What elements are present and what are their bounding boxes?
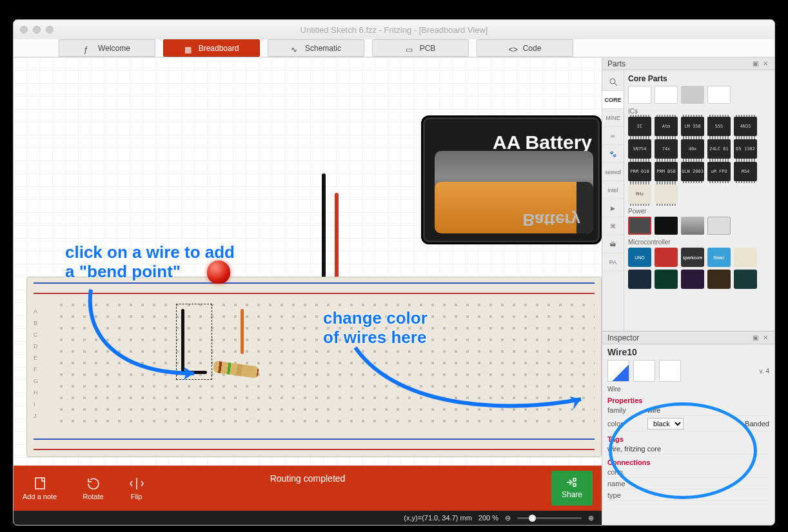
battery-label: AA Battery — [493, 132, 592, 153]
parts-bin-title: Core Parts — [628, 74, 771, 83]
bin-parallax[interactable]: 🐾 — [602, 145, 624, 163]
zoom-readout: 200 % — [478, 514, 498, 522]
part-misc-4[interactable] — [707, 86, 731, 104]
part-mcu-extra-4[interactable] — [707, 270, 731, 289]
inspector-type: Wire — [607, 386, 769, 393]
zoom-slider[interactable] — [517, 517, 582, 519]
bin-arduino[interactable]: ∞ — [602, 127, 624, 145]
svg-rect-1 — [573, 478, 576, 481]
pcb-icon: ▭ — [406, 45, 415, 52]
part-misc-2[interactable] — [655, 86, 678, 104]
prop-family-label: family — [607, 406, 641, 414]
bin-6[interactable]: ▶ — [602, 199, 624, 217]
part-ic-9[interactable]: DS 1302 — [734, 139, 757, 159]
wire-orange[interactable] — [241, 309, 244, 354]
part-misc-3[interactable] — [681, 86, 704, 104]
prop-color-select[interactable]: black — [647, 418, 684, 429]
power-section-label: Power — [628, 208, 771, 215]
part-mcu-4[interactable] — [734, 248, 757, 267]
part-misc-1[interactable] — [628, 86, 651, 104]
part-ic-16[interactable] — [655, 184, 678, 204]
view-tabbar: ƒ Welcome ▦ Breadboard ∿ Schematic ▭ PCB… — [14, 39, 774, 57]
part-ic-3[interactable]: 555 — [707, 117, 731, 136]
parts-panel-title: Parts — [607, 59, 625, 68]
flip-label: Flip — [131, 493, 143, 500]
part-mcu-extra-2[interactable] — [655, 270, 678, 289]
prop-color-label: color — [607, 420, 641, 428]
inspector-part-name: Wire10 — [607, 347, 769, 357]
part-mcu-1[interactable] — [655, 248, 678, 267]
tab-code[interactable]: <> Code — [477, 39, 573, 57]
bin-mine[interactable]: MINE — [602, 109, 624, 127]
tab-schematic[interactable]: ∿ Schematic — [268, 39, 364, 57]
battery-holder-part[interactable]: AA Battery Battery — [421, 115, 602, 244]
part-ic-14[interactable]: M54 — [734, 162, 757, 181]
part-mcu-extra-5[interactable] — [734, 270, 757, 289]
part-power-plug[interactable] — [707, 217, 731, 235]
part-power-battery[interactable] — [628, 217, 651, 235]
part-ic-11[interactable]: PRM 050 — [655, 162, 678, 181]
part-ic-13[interactable]: uM FPU — [707, 162, 731, 181]
part-ic-10[interactable]: PRM 010 — [628, 162, 651, 181]
parts-bin-bar: CORE MINE ∞ 🐾 seeed intel ▶ ⌘ 🏔 PA — [602, 70, 624, 331]
parts-panel-controls[interactable]: ▣ ✕ — [753, 60, 769, 67]
part-ic-7[interactable]: 40x — [681, 139, 704, 159]
zoom-in-button[interactable]: ⊕ — [588, 514, 594, 522]
bin-8[interactable]: 🏔 — [602, 235, 624, 253]
breadboard-icon: ▦ — [184, 45, 193, 52]
coords-readout: (x,y)=(71.0, 34.7) mm — [404, 514, 471, 522]
inspector-thumb-pcb[interactable] — [659, 360, 681, 382]
bin-7[interactable]: ⌘ — [602, 217, 624, 235]
prop-family-value: wire — [647, 406, 769, 414]
breadboard-canvas[interactable]: AA Battery Battery ABCDEFGHIJ — [14, 57, 602, 466]
inspector-title: Inspector — [607, 333, 639, 342]
rotate-label: Rotate — [83, 493, 103, 500]
prop-banded-label: Banded — [745, 420, 769, 428]
inspector-thumb-bb[interactable] — [607, 360, 629, 382]
part-ic-4[interactable]: 4N35 — [734, 117, 757, 136]
wire-black-battery[interactable] — [322, 173, 326, 290]
bin-search[interactable] — [602, 73, 624, 91]
window-title: Untitled Sketch 6.fzz - Fritzing - [Brea… — [14, 25, 774, 35]
breadboard-row-labels: ABCDEFGHIJ — [34, 306, 38, 422]
part-ic-5[interactable]: SN754 — [628, 139, 651, 159]
part-ic-8[interactable]: 24LC 01 — [707, 139, 731, 159]
ic-section-label: ICs — [628, 108, 771, 115]
part-power-adapter[interactable] — [655, 217, 678, 235]
inspector-tags-value: wire, fritzing core — [607, 445, 769, 453]
inspector-controls[interactable]: ▣ ✕ — [753, 334, 769, 341]
tab-welcome[interactable]: ƒ Welcome — [59, 39, 155, 57]
selection-marquee — [176, 304, 212, 380]
part-mcu-3[interactable]: Bean — [707, 248, 731, 267]
tab-breadboard[interactable]: ▦ Breadboard — [163, 39, 260, 57]
inspector-thumb-schem[interactable] — [633, 360, 655, 382]
tab-welcome-label: Welcome — [98, 44, 130, 53]
tab-pcb-label: PCB — [420, 44, 436, 53]
routing-status: Routing completed — [14, 473, 602, 484]
part-ic-0[interactable]: IC — [628, 117, 651, 136]
parts-panel-header[interactable]: Parts ▣ ✕ — [602, 57, 774, 70]
breadboard-part[interactable]: ABCDEFGHIJ — [26, 277, 602, 457]
part-ic-1[interactable]: Atm — [655, 117, 678, 136]
part-ic-2[interactable]: LM 358 — [681, 117, 704, 136]
bin-seeed[interactable]: seeed — [602, 163, 624, 181]
part-ic-12[interactable]: ULN 2003 — [681, 162, 704, 181]
schematic-icon: ∿ — [291, 45, 300, 52]
inspector-properties-header: Properties — [607, 397, 769, 404]
bin-intel[interactable]: intel — [602, 181, 624, 199]
conn-label: conn. — [607, 468, 641, 476]
part-mcu-extra-1[interactable] — [628, 270, 651, 289]
inspector-header[interactable]: Inspector ▣ ✕ — [602, 331, 774, 344]
share-button[interactable]: Share — [551, 471, 593, 506]
zoom-out-button[interactable]: ⊖ — [505, 514, 511, 522]
part-mcu-extra-3[interactable] — [681, 270, 704, 289]
part-mcu-0[interactable]: UNO — [628, 248, 651, 267]
inspector-panel: Inspector ▣ ✕ Wire10 v. 4 Wire Propertie… — [602, 331, 774, 525]
bin-9[interactable]: PA — [602, 253, 624, 271]
part-ic-15[interactable]: MHz — [628, 184, 651, 204]
bin-core[interactable]: CORE — [602, 91, 624, 109]
part-mcu-2[interactable]: sparkcore — [681, 248, 704, 267]
tab-pcb[interactable]: ▭ PCB — [372, 39, 469, 57]
part-power-coin[interactable] — [681, 217, 704, 235]
part-ic-6[interactable]: 74x — [655, 139, 678, 159]
